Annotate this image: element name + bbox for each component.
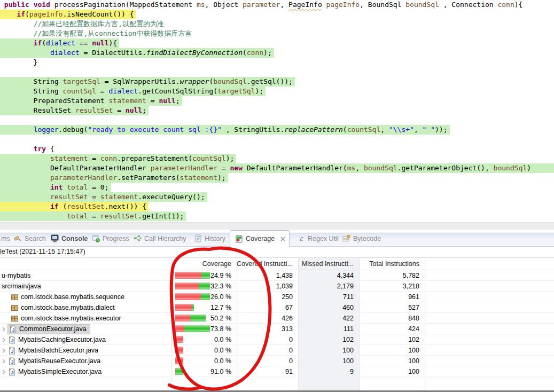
code-line: //如果已经配置数据库方言,以配置的为准 [0, 19, 554, 29]
view-tab-ms[interactable]: ms [1, 230, 10, 247]
code-token: , Connection [439, 1, 498, 9]
table-row-com-istock-base-mybatis-dialect[interactable]: com.istock.base.mybatis.dialect12.7 %674… [0, 302, 554, 313]
code-token: = [113, 106, 125, 114]
chevron-right-icon[interactable] [0, 348, 7, 353]
covered-instructions-value: 250 [237, 292, 295, 302]
code-token: .next()) { [105, 202, 146, 210]
chevron-right-icon[interactable] [0, 338, 7, 342]
tree-cell: JMybatisSimpleExecutor.java [0, 366, 171, 377]
code-token: null [159, 97, 175, 105]
code-token: , StringUtils. [222, 126, 284, 134]
code-token: ){ [109, 39, 118, 47]
code-token: replacePattern [284, 126, 343, 134]
code-token: public [4, 1, 29, 9]
code-token: = [217, 164, 230, 172]
code-token: pageInfo [326, 1, 360, 9]
chevron-right-icon[interactable] [0, 370, 7, 374]
code-token: if [17, 10, 25, 18]
column-header-total-instructions[interactable]: Total Instructions [359, 258, 422, 270]
code-token: if [34, 39, 42, 47]
code-token: new [230, 164, 242, 172]
code-token: PageInfo [288, 1, 322, 9]
view-tab-progress[interactable]: Progress [92, 230, 129, 247]
view-tab-call-hierarchy[interactable]: Call Hierarchy [134, 230, 186, 247]
code-line: resultSet = statement.executeQuery(); [0, 192, 554, 202]
tab-label: Progress [103, 235, 129, 242]
code-token: ; [142, 106, 146, 114]
view-tab-search[interactable]: Search [14, 230, 46, 247]
coverage-percent: 50.2 % [171, 313, 234, 324]
total-instructions-value: 424 [359, 324, 422, 334]
covered-instructions-value: 1,039 [237, 281, 295, 292]
chevron-right-icon[interactable] [0, 327, 7, 332]
code-token: processPagination(MappedStatement [50, 1, 197, 9]
code-token: ; [176, 97, 180, 105]
code-token: = [88, 154, 100, 162]
view-tab-history[interactable]: History [194, 230, 225, 247]
code-token: PreparedStatement [0, 97, 109, 105]
code-token: String [0, 87, 63, 95]
view-tab-coverage[interactable]: Coverage [230, 230, 290, 247]
table-row-src-main-java[interactable]: src/main/java32.3 %1,0392,1793,218 [0, 281, 554, 292]
code-token: .setParameters( [117, 174, 180, 182]
tab-label: Search [25, 235, 46, 242]
code-token: statement [50, 154, 88, 162]
code-token: , [355, 164, 364, 172]
chevron-right-icon[interactable] [0, 359, 7, 364]
code-token: = [88, 193, 100, 201]
code-token: targetSql [217, 87, 255, 95]
svg-text:010: 010 [344, 238, 349, 241]
code-token [0, 20, 34, 28]
code-token: = DialectUtils. [80, 49, 146, 57]
code-token: ( [343, 126, 347, 134]
code-token: conn [100, 154, 117, 162]
code-line: String targetSql = SqlWrapperUtils.wrapp… [0, 77, 554, 87]
table-row-mybatisbatchexecutor-java[interactable]: JMybatisBatchExecutor.java0.0 %0100100 [0, 345, 554, 356]
total-instructions-value: 100 [359, 366, 422, 377]
code-token: .executeQuery(); [138, 193, 205, 201]
table-row-u-mybatis[interactable]: u-mybatis24.9 %1,4384,3445,782 [0, 270, 554, 281]
code-token: targetSql [63, 77, 100, 85]
code-token: boundSql [405, 1, 439, 9]
sort-indicator-icon [324, 258, 330, 268]
code-token: = 0; [88, 183, 108, 191]
code-token: ) [527, 164, 531, 172]
column-header-covered-instructi-[interactable]: Covered Instructi... [237, 258, 295, 270]
code-token: , [280, 1, 288, 9]
code-line [0, 135, 554, 144]
svg-text:J: J [12, 327, 14, 332]
column-header-coverage[interactable]: Coverage [171, 258, 234, 270]
code-token: , [414, 126, 423, 134]
eclipse-window: public void processPagination(MappedStat… [0, 0, 554, 392]
code-token: , [380, 126, 389, 134]
coverage-percent: 32.3 % [171, 281, 234, 292]
code-line: total = resultSet.getInt(1); [0, 211, 554, 221]
view-tab-console[interactable]: Console [51, 230, 88, 247]
code-editor[interactable]: public void processPagination(MappedStat… [0, 0, 554, 222]
view-tab-regex-util[interactable]: εRegex Util [297, 230, 339, 247]
code-token: countSql [63, 87, 96, 95]
tree-cell: com.istock.base.mybatis.executor [0, 313, 171, 324]
search-icon [14, 234, 22, 242]
table-row-mybatissimpleexecutor-java[interactable]: JMybatisSimpleExecutor.java91.0 %919100 [0, 366, 554, 377]
table-row-com-istock-base-mybatis-executor[interactable]: com.istock.base.mybatis.executor50.2 %42… [0, 313, 554, 324]
code-token: = SqlWrapperUtils. [100, 77, 180, 85]
java-file-icon: J [9, 325, 17, 333]
code-token [0, 29, 34, 37]
package-icon [10, 315, 19, 323]
table-row-commonexecutor-java[interactable]: JCommonExecutor.java73.8 %313111424 [0, 324, 554, 334]
table-row-mybatisreuseexecutor-java[interactable]: JMybatisReuseExecutor.java0.0 %0100100 [0, 356, 554, 366]
table-row-com-istock-base-mybatis-sequence[interactable]: com.istock.base.mybatis.sequence26.0 %25… [0, 292, 554, 302]
code-token: pageInfo [29, 10, 63, 18]
code-token: logger [34, 126, 59, 134]
table-row-mybatiscachingexecutor-java[interactable]: JMybatisCachingExecutor.java0.0 %0102102 [0, 334, 554, 345]
horizontal-scrollbar[interactable] [0, 222, 554, 230]
tree-cell: JMybatisReuseExecutor.java [0, 356, 171, 366]
tab-label: History [205, 235, 225, 242]
code-token: total [67, 212, 88, 220]
code-lines: public void processPagination(MappedStat… [0, 0, 554, 221]
close-icon[interactable] [279, 235, 286, 243]
view-tab-bytecode[interactable]: 010Bytecode [342, 230, 381, 247]
code-token [0, 1, 4, 9]
code-token: statement [100, 193, 138, 201]
